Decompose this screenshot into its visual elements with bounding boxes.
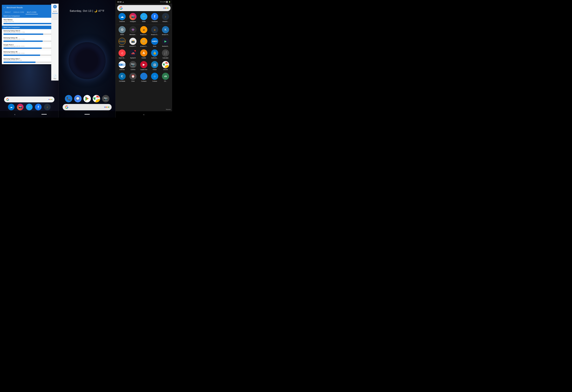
app-label-amazon-music-2: Amazon... (119, 46, 125, 47)
app-label-apple-music: Apple Mu... (119, 57, 126, 59)
app-amazon-music-top[interactable]: ♪ Amazon... (160, 13, 171, 22)
app-twitter[interactable]: 🐦 Twitter (138, 13, 149, 22)
app-label-amex: Amex (153, 46, 156, 47)
tab-multi-core[interactable]: MULTI-CORE (26, 10, 38, 14)
neowin-watermark: Neowin (166, 109, 171, 110)
dock-icons-left: ☁ 📷 🐦 f ♪ (8, 104, 51, 110)
app-label-admin: Admin (120, 34, 124, 35)
app-authenticator[interactable]: 🔒 Authentic... (149, 49, 160, 59)
side-panel-header: P (51, 4, 59, 10)
app-label-onedrive: OneDrive (119, 21, 125, 22)
tab-single-core[interactable]: SINGLE-CORE (12, 10, 26, 14)
dock-instagram[interactable]: 📷 (17, 104, 24, 110)
app-label-facebook: Facebook (152, 21, 158, 22)
dock-play-store[interactable] (83, 95, 91, 102)
your-device-bar-fill (3, 23, 55, 24)
gd-green-right (167, 8, 168, 9)
app-grid: ☁ OneDrive 📷 Instagram 🐦 Twitter f Faceb… (116, 12, 172, 111)
app-chrome[interactable]: Chrome (160, 61, 171, 70)
app-calculator[interactable]: − ×+ ÷ Calculator (160, 49, 171, 59)
status-left-right: 10:42 ☁ (117, 1, 124, 3)
app-android-auto[interactable]: ▶ Android A... (160, 38, 171, 47)
app-row-3: ♫ Apple Mu... 8 🚗 Asphalt 8 A Audible 🔒 … (117, 49, 171, 59)
nav-bar-mid (59, 111, 115, 118)
vibrate-icon-right: 📳 (160, 1, 162, 3)
app-label-amazon-d: Amazon D... (151, 34, 158, 35)
app-label-cortana: Cortana (152, 81, 157, 82)
status-right-right: 📳 ⊖ ▼ ▌▌ 🔋 (160, 1, 171, 3)
app-amazon-k[interactable]: K Amazon K... (160, 26, 171, 35)
app-amazon-d[interactable]: a Amazon D... (149, 26, 160, 35)
benchmark-title: Benchmark Results (7, 6, 53, 9)
right-search-bar[interactable] (117, 5, 171, 11)
svg-point-7 (165, 64, 166, 65)
app-admin[interactable]: ⚙ Admin (117, 26, 127, 35)
app-label-camera: Camera (130, 69, 135, 70)
app-amazon-a[interactable]: a Amazon A... (138, 26, 149, 35)
app-capital-one[interactable]: ▶ Capital One (138, 61, 149, 70)
benchmark-header: ← Benchmark Results ⋮ (2, 5, 57, 10)
your-device-bar (3, 23, 55, 24)
app-instagram[interactable]: 📷 Instagram (127, 13, 138, 22)
app-label-calculator: Calculator (162, 57, 168, 59)
dock-facebook[interactable]: f (35, 104, 42, 110)
app-ck[interactable]: ck CK... (160, 73, 171, 82)
app-cortana[interactable]: ○ Cortana (149, 73, 160, 82)
app-amazon-p[interactable]: 📸 Amazon P... (127, 38, 138, 47)
nav-home-left[interactable] (41, 114, 47, 114)
search-bar-mid[interactable] (63, 104, 112, 110)
app-label-chrome: Chrome (163, 69, 168, 70)
user-avatar: P (53, 5, 57, 8)
comp-sub-4: Samsung Exynos 8890 @ 1.6 GHz (3, 60, 55, 61)
dock-twitter[interactable]: 🐦 (26, 104, 32, 110)
benchmark-tabs: RESULT SINGLE-CORE MULTI-CORE (2, 10, 57, 14)
dock-camera[interactable]: 📷 (102, 95, 109, 102)
az-filter[interactable]: A-Z ▾ (53, 10, 57, 12)
signal-icon-right: ▌▌ (166, 1, 168, 3)
gd-blue-right (163, 8, 164, 9)
app-facebook[interactable]: f Facebook (149, 13, 160, 22)
nav-home-mid[interactable] (84, 114, 90, 114)
app-amex[interactable]: AMEX Amex (149, 38, 160, 47)
app-label-authenticator: Authentic... (151, 57, 158, 59)
app-amazon-music-2[interactable]: music Amazon... (117, 38, 127, 47)
gd-red-mid (106, 107, 107, 108)
cloud-icon-right: ☁ (122, 1, 124, 3)
app-label-asphalt8: Asphalt 8 (130, 57, 136, 59)
comp-row-1: Samsung Galaxy S86432 Samsung Exynos 889… (2, 36, 57, 43)
app-apple-music[interactable]: ♫ Apple Mu... (117, 49, 127, 59)
app-chase[interactable]: 🏦 Chase (149, 61, 160, 70)
comparison-section-header: Multi-Core Comparison (2, 26, 57, 29)
app-contacts[interactable]: 👤 Contacts (138, 73, 149, 82)
bottom-dock-mid: 📞 💬 📷 (59, 95, 115, 110)
dock-messages[interactable]: 💬 (74, 95, 81, 102)
app-row-1: ⚙ Admin 👾 Alienware... a Amazon A... a A… (117, 26, 171, 35)
dock-amazon-music[interactable]: ♪ (44, 104, 51, 110)
app-label-instagram: Instagram (130, 21, 136, 22)
search-bar-left[interactable] (4, 97, 54, 102)
app-amazon-s[interactable]: 🛒 Amazon S... (138, 38, 149, 47)
app-audible[interactable]: A Audible (138, 49, 149, 59)
app-calendar[interactable]: CAL 13 Calendar (117, 61, 127, 70)
panel-right: 10:42 ☁ 📳 ⊖ ▼ ▌▌ 🔋 (116, 0, 172, 118)
app-camera[interactable]: 📷 Camera (127, 61, 138, 70)
date-display: Saturday, Oct 13 | 🌙 47°F (59, 9, 115, 13)
app-asphalt8[interactable]: 8 🚗 Asphalt 8 (127, 49, 138, 59)
tab-result[interactable]: RESULT (3, 10, 12, 14)
gd-yellow-mid (107, 107, 108, 108)
google-dots-right (163, 8, 168, 9)
app-label-chase: Chase (153, 69, 157, 70)
dock-onedrive[interactable]: ☁ (8, 104, 15, 110)
app-citi[interactable]: C Citi Mobile (117, 73, 127, 82)
nav-back-right[interactable]: ‹ (143, 113, 144, 116)
app-label-android-auto: Android A... (162, 46, 169, 47)
app-onedrive[interactable]: ☁ OneDrive (117, 13, 127, 22)
nav-back-left[interactable]: ‹ (12, 112, 18, 117)
app-alienware[interactable]: 👾 Alienware... (127, 26, 138, 35)
neowin-text: Neowin (166, 109, 171, 110)
app-clock[interactable]: ⏰ Clock (127, 73, 138, 82)
dock-phone[interactable]: 📞 (65, 95, 72, 102)
comp-bar-4 (3, 62, 35, 63)
back-icon[interactable]: ← (3, 6, 6, 9)
dock-chrome[interactable] (93, 95, 100, 102)
